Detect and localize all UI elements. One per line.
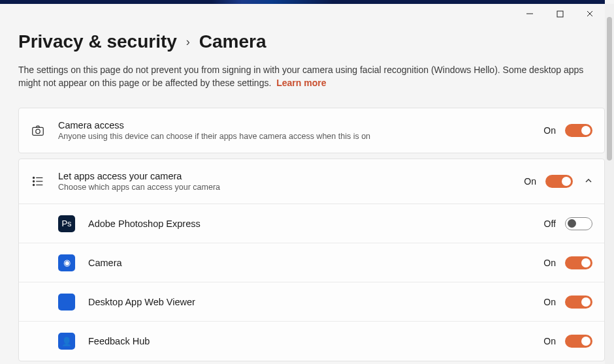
app-toggle-state: On (543, 336, 556, 346)
window-controls (515, 4, 605, 23)
app-toggle-state: On (543, 258, 556, 268)
app-name-label: Feedback Hub (88, 336, 543, 346)
apps-access-title: Let apps access your camera (58, 171, 524, 181)
camera-icon (31, 123, 45, 138)
minimize-button[interactable] (515, 4, 545, 23)
apps-access-toggle[interactable] (545, 175, 573, 188)
svg-rect-4 (33, 128, 44, 136)
app-icon: ◉ (58, 254, 75, 271)
app-icon (58, 294, 75, 311)
breadcrumb-current: Camera (199, 31, 267, 52)
scroll-thumb[interactable] (607, 17, 612, 160)
app-toggle-state: On (543, 297, 556, 307)
svg-rect-1 (557, 11, 563, 17)
app-icon: Ps (58, 215, 75, 232)
camera-access-toggle[interactable] (565, 124, 592, 137)
app-name-label: Camera (88, 258, 543, 268)
chevron-right-icon: › (186, 35, 190, 49)
app-toggle[interactable] (565, 256, 592, 269)
svg-point-6 (33, 177, 34, 179)
svg-point-10 (33, 185, 34, 186)
app-name-label: Adobe Photoshop Express (88, 219, 544, 229)
learn-more-link[interactable]: Learn more (276, 78, 326, 88)
breadcrumb: Privacy & security › Camera (18, 31, 605, 52)
svg-point-5 (36, 129, 40, 133)
list-icon (31, 174, 45, 189)
maximize-button[interactable] (545, 4, 575, 23)
breadcrumb-parent[interactable]: Privacy & security (18, 31, 177, 52)
close-button[interactable] (575, 4, 605, 23)
app-toggle[interactable] (565, 296, 592, 309)
apps-access-state: On (524, 176, 536, 187)
app-toggle[interactable] (565, 335, 592, 348)
camera-access-state: On (543, 125, 556, 136)
apps-access-section: Let apps access your camera Choose which… (18, 159, 605, 361)
app-row: 👤Feedback HubOn (19, 322, 604, 361)
camera-access-title: Camera access (58, 120, 543, 130)
app-toggle-state: Off (544, 219, 556, 229)
app-toggle[interactable] (565, 217, 592, 230)
app-row: PsAdobe Photoshop ExpressOff (19, 204, 604, 243)
app-name-label: Desktop App Web Viewer (88, 297, 543, 307)
app-row: ◉CameraOn (19, 243, 604, 282)
camera-access-section: Camera access Anyone using this device c… (18, 108, 605, 153)
chevron-up-icon[interactable] (585, 177, 592, 187)
camera-access-subtitle: Anyone using this device can choose if t… (58, 132, 543, 141)
scrollbar[interactable] (605, 4, 614, 364)
svg-point-8 (33, 181, 34, 182)
app-icon: 👤 (58, 333, 75, 350)
apps-access-subtitle: Choose which apps can access your camera (58, 183, 524, 192)
page-description: The settings on this page do not prevent… (18, 64, 587, 89)
app-row: Desktop App Web ViewerOn (19, 282, 604, 322)
